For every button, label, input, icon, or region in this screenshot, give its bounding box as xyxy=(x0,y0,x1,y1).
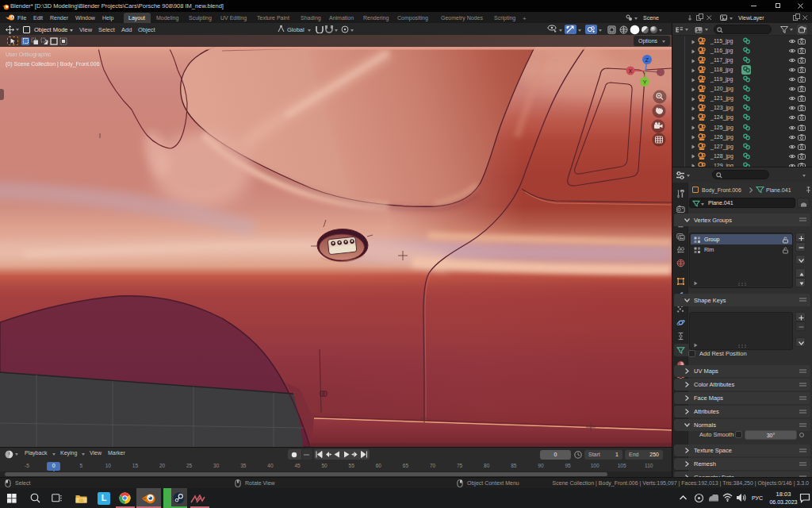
svg-text:Y: Y xyxy=(643,79,647,85)
svg-text:X: X xyxy=(629,68,633,74)
svg-text:Z: Z xyxy=(645,57,649,63)
